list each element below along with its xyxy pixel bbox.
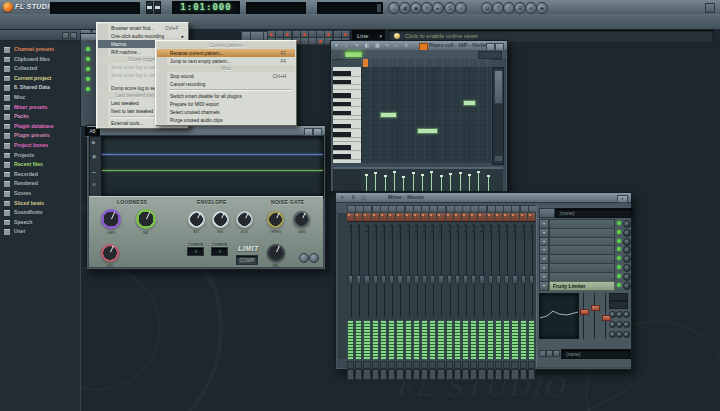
- toolbar-button-4[interactable]: ▸: [432, 2, 444, 14]
- vertical-scrollbar[interactable]: [492, 67, 504, 165]
- strip-fx-enable[interactable]: [372, 361, 379, 369]
- pattern-selector[interactable]: [317, 2, 383, 14]
- midi-note-2[interactable]: [463, 100, 476, 106]
- strip-label[interactable]: [405, 213, 412, 222]
- strip-label[interactable]: [413, 213, 420, 222]
- slot-mix-knob[interactable]: [623, 255, 631, 263]
- mixer-title-icon-1[interactable]: ≣: [351, 193, 355, 202]
- strip-fx-enable[interactable]: [413, 361, 420, 369]
- strip-fader-handle[interactable]: [406, 275, 411, 284]
- limiter-option-button-2[interactable]: [309, 253, 319, 263]
- menu-item-rename-current-pattern[interactable]: Rename current pattern...F2: [157, 49, 295, 57]
- fx-slot-7-empty[interactable]: ▾: [539, 272, 628, 280]
- browser-item-misc[interactable]: Misc: [0, 93, 80, 102]
- slot-mix-knob[interactable]: [623, 220, 631, 228]
- mixer-titlebar[interactable]: ▾≣◫ Mixer - Master ✕: [336, 193, 631, 203]
- menu-item-cancel-recording[interactable]: Cancel recording: [157, 80, 295, 88]
- strip-label[interactable]: [495, 213, 502, 222]
- browser-item-scores[interactable]: Scores: [0, 189, 80, 198]
- eq-freq-knob-2-0[interactable]: [609, 331, 616, 338]
- eq-band-handle-1[interactable]: [580, 309, 589, 315]
- strip-fader-handle[interactable]: [438, 275, 443, 284]
- strip-label[interactable]: [429, 213, 436, 222]
- velocity-line-7[interactable]: [431, 172, 432, 191]
- limiter-side-icon-2[interactable]: ▁: [92, 167, 96, 173]
- limiter-knob-gain-6[interactable]: [293, 211, 310, 228]
- strip-label[interactable]: [355, 213, 362, 222]
- strip-fx-enable[interactable]: [446, 361, 453, 369]
- strip-route-button[interactable]: [495, 369, 502, 380]
- piano-roll-tool-4[interactable]: ▦: [375, 41, 380, 50]
- fx-slot-1-empty[interactable]: ▾: [539, 219, 628, 227]
- velocity-line-1[interactable]: [375, 173, 376, 191]
- strip-fx-enable[interactable]: [429, 361, 436, 369]
- browser-item-speech[interactable]: Speech: [0, 218, 80, 227]
- strip-route-button[interactable]: [372, 369, 379, 380]
- eq-freq-knob-0-0[interactable]: [609, 311, 616, 318]
- browser-menu-button[interactable]: [70, 32, 77, 39]
- velocity-line-13[interactable]: [488, 176, 489, 191]
- strip-fader-handle[interactable]: [529, 275, 534, 284]
- channel-led-1[interactable]: [86, 57, 90, 61]
- release-curve-selector[interactable]: 3: [211, 247, 228, 256]
- piano-roll-tool-0[interactable]: ▾: [335, 41, 338, 50]
- strip-fader-handle[interactable]: [422, 275, 427, 284]
- channel-led-3[interactable]: [86, 77, 90, 81]
- strip-label[interactable]: [478, 213, 485, 222]
- strip-label[interactable]: [454, 213, 461, 222]
- browser-item-recent-files[interactable]: Recent files: [0, 160, 80, 169]
- strip-fx-enable[interactable]: [462, 361, 469, 369]
- slot-enable-led[interactable]: [617, 256, 621, 260]
- piano-keyboard[interactable]: [333, 67, 361, 163]
- menu-item-one-click-audio-recording[interactable]: One-click audio recording▸: [98, 32, 187, 40]
- strip-fx-enable[interactable]: [478, 361, 485, 369]
- toolbar-collapse-button[interactable]: [705, 3, 715, 13]
- strip-route-button[interactable]: [511, 369, 518, 380]
- limiter-knob-sat-1[interactable]: [136, 209, 156, 229]
- pattern-length-indicator[interactable]: [345, 51, 362, 57]
- limiter-knob-rel-3[interactable]: [212, 211, 229, 228]
- limiter-knob-ceil-7[interactable]: [101, 244, 119, 262]
- strip-label[interactable]: [470, 213, 477, 222]
- strip-route-button[interactable]: [405, 369, 412, 380]
- strip-fx-enable[interactable]: [511, 361, 518, 369]
- velocity-line-8[interactable]: [441, 176, 442, 191]
- strip-fader-handle[interactable]: [488, 275, 493, 284]
- strip-label[interactable]: [511, 213, 518, 222]
- fx-slot-2-empty[interactable]: ▾: [539, 228, 628, 236]
- limiter-close-button[interactable]: [313, 128, 322, 136]
- browser-item-plugin-presets[interactable]: Plugin presets: [0, 131, 80, 140]
- browser-item-plugin-database[interactable]: Plugin database: [0, 122, 80, 131]
- strip-fader-handle[interactable]: [447, 275, 452, 284]
- insert-name-field[interactable]: (none): [555, 208, 633, 218]
- strip-label[interactable]: [503, 213, 510, 222]
- eq-curve-display[interactable]: [539, 293, 579, 339]
- scrollbar-button[interactable]: [494, 155, 503, 162]
- fx-slot-fruity-limiter[interactable]: ▾Fruity Limiter: [539, 281, 628, 289]
- comp-mode-button[interactable]: COMP: [236, 255, 258, 265]
- strip-fader-handle[interactable]: [414, 275, 419, 284]
- piano-roll-tool-2[interactable]: ✎: [355, 41, 359, 50]
- strip-fader-handle[interactable]: [521, 275, 526, 284]
- strip-route-button[interactable]: [520, 369, 527, 380]
- browser-item-soundfonts[interactable]: Soundfonts: [0, 208, 80, 217]
- strip-fader-handle[interactable]: [471, 275, 476, 284]
- fx-panel-menu-button[interactable]: [539, 208, 555, 218]
- strip-route-button[interactable]: [355, 369, 362, 380]
- velocity-line-0[interactable]: [366, 175, 367, 191]
- strip-fader-handle[interactable]: [397, 275, 402, 284]
- strip-fx-enable[interactable]: [454, 361, 461, 369]
- strip-fx-enable[interactable]: [396, 361, 403, 369]
- menu-item-purge-unused-audio-clips[interactable]: Purge unused audio clips: [157, 116, 295, 124]
- attack-curve-selector[interactable]: 3: [187, 247, 204, 256]
- slot-mix-knob[interactable]: [623, 282, 631, 290]
- strip-route-button[interactable]: [454, 369, 461, 380]
- strip-label[interactable]: [462, 213, 469, 222]
- strip-fader-handle[interactable]: [348, 275, 353, 284]
- strip-route-button[interactable]: [413, 369, 420, 380]
- strip-fader-handle[interactable]: [430, 275, 435, 284]
- piano-roll-tool-6[interactable]: ⌕: [395, 41, 398, 50]
- strip-fader-handle[interactable]: [364, 275, 369, 284]
- fx-slot-4-empty[interactable]: ▾: [539, 245, 628, 253]
- midi-note-0[interactable]: [380, 112, 397, 118]
